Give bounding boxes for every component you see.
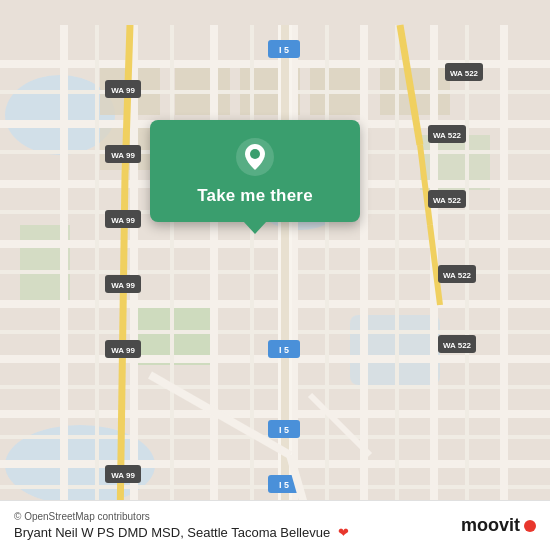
- svg-text:WA 99: WA 99: [111, 281, 135, 290]
- svg-text:WA 99: WA 99: [111, 151, 135, 160]
- moovit-heart-icon: ❤: [338, 525, 349, 540]
- svg-text:WA 99: WA 99: [111, 86, 135, 95]
- svg-text:WA 522: WA 522: [433, 131, 462, 140]
- svg-text:WA 522: WA 522: [443, 271, 472, 280]
- moovit-text: moovit: [461, 515, 520, 536]
- svg-rect-39: [500, 25, 508, 525]
- svg-text:WA 99: WA 99: [111, 216, 135, 225]
- svg-text:I 5: I 5: [279, 425, 289, 435]
- svg-text:WA 522: WA 522: [443, 341, 472, 350]
- map-container: I 5 I 5 I 5 I 5 WA 99 WA 99 WA 99 WA 99 …: [0, 0, 550, 550]
- place-name-label: Bryant Neil W PS DMD MSD, Seattle Tacoma…: [14, 525, 349, 540]
- map-roads-svg: I 5 I 5 I 5 I 5 WA 99 WA 99 WA 99 WA 99 …: [0, 0, 550, 550]
- svg-rect-40: [95, 25, 99, 525]
- svg-rect-33: [60, 25, 68, 525]
- moovit-logo: moovit: [461, 515, 536, 536]
- svg-text:WA 99: WA 99: [111, 471, 135, 480]
- location-pin-icon: [236, 138, 274, 176]
- map-attribution: © OpenStreetMap contributors: [14, 511, 349, 522]
- svg-rect-35: [210, 25, 218, 525]
- location-popup: Take me there: [150, 120, 360, 222]
- svg-rect-43: [325, 25, 329, 525]
- svg-rect-41: [170, 25, 174, 525]
- svg-rect-44: [395, 25, 399, 525]
- svg-text:I 5: I 5: [279, 480, 289, 490]
- svg-text:I 5: I 5: [279, 45, 289, 55]
- svg-rect-42: [250, 25, 254, 525]
- moovit-dot-icon: [524, 520, 536, 532]
- svg-text:WA 522: WA 522: [433, 196, 462, 205]
- bottom-info-bar: © OpenStreetMap contributors Bryant Neil…: [0, 500, 550, 550]
- bottom-left-info: © OpenStreetMap contributors Bryant Neil…: [14, 511, 349, 540]
- take-me-there-button[interactable]: Take me there: [197, 186, 313, 206]
- svg-text:WA 522: WA 522: [450, 69, 479, 78]
- svg-text:I 5: I 5: [279, 345, 289, 355]
- svg-point-87: [250, 149, 260, 159]
- svg-text:WA 99: WA 99: [111, 346, 135, 355]
